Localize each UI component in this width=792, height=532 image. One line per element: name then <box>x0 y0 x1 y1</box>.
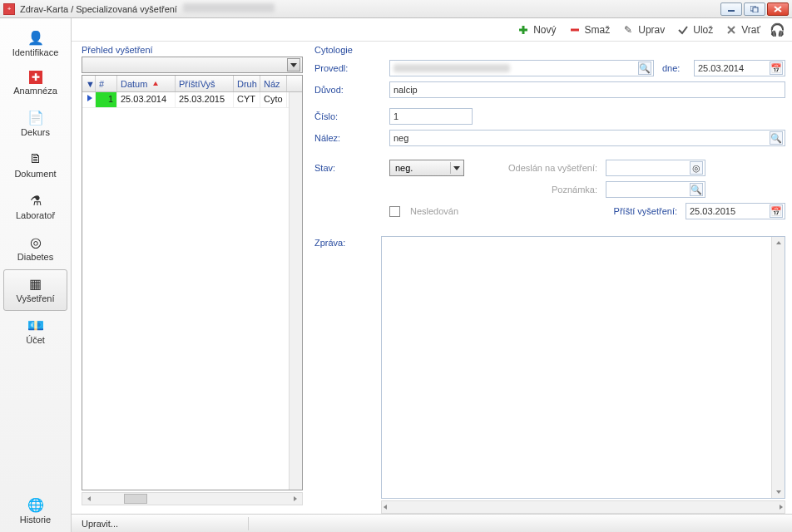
scroll-left-icon[interactable] <box>382 502 389 512</box>
table-row[interactable]: 1 25.03.2014 25.03.2015 CYT Cyto <box>82 92 302 108</box>
svg-marker-12 <box>87 95 92 101</box>
titlebar: + Zdrav-Karta / Specializovaná vyšetření <box>0 0 792 18</box>
col-next[interactable]: PříštíVyš <box>176 76 234 91</box>
detail-title: Cytologie <box>314 45 785 55</box>
col-date[interactable]: Datum <box>117 76 176 91</box>
close-button[interactable] <box>767 2 789 16</box>
sidebar-item-laborator[interactable]: ⚗ Laboratoř <box>3 186 67 228</box>
save-button[interactable]: Ulož <box>673 22 716 38</box>
sidebar-item-label: Vyšetření <box>16 293 54 303</box>
sidebar: 👤 Identifikace ✚ Anamnéza 📄 Dekurs 🗎 Dok… <box>0 18 72 532</box>
grid-icon: ▦ <box>26 275 46 292</box>
sidebar-item-historie[interactable]: 🌐 Historie <box>3 490 67 532</box>
col-name[interactable]: Náz <box>260 76 287 91</box>
svg-marker-10 <box>290 63 297 67</box>
delete-button[interactable]: Smaž <box>565 22 614 38</box>
nesledovan-checkbox-group[interactable]: Nesledován <box>389 206 458 217</box>
label-stav: Stav: <box>314 163 381 173</box>
svg-marker-11 <box>153 81 158 86</box>
edit-button[interactable]: ✎ Uprav <box>618 22 668 38</box>
headset-icon: 🎧 <box>770 23 784 37</box>
plus-icon: ✚ <box>29 71 42 84</box>
page-icon: 📄 <box>26 109 46 126</box>
label-poznamka: Poznámka: <box>497 185 597 195</box>
scroll-left-icon[interactable] <box>82 493 96 505</box>
sidebar-item-diabetes[interactable]: ◎ Diabetes <box>3 228 67 269</box>
cell-kind: CYT <box>234 92 260 107</box>
grid-header: ▼ # Datum PříštíVyš Druh Náz <box>82 76 302 92</box>
nalez-input[interactable]: neg 🔍 <box>389 130 785 146</box>
sidebar-item-ucet[interactable]: 💶 Účet <box>3 311 67 352</box>
label-duvod: Důvod: <box>314 85 381 95</box>
help-button[interactable]: 🎧 <box>769 22 785 38</box>
chevron-down-icon <box>287 58 300 71</box>
scroll-right-icon[interactable] <box>289 493 302 505</box>
dne-input[interactable]: 25.03.2014 📅 <box>694 60 785 76</box>
sidebar-item-label: Diabetes <box>17 252 53 262</box>
doc-icon: 🗎 <box>26 150 46 167</box>
sidebar-item-label: Dokument <box>14 169 56 179</box>
provedl-value-blurred <box>394 64 510 72</box>
sidebar-item-identifikace[interactable]: 👤 Identifikace <box>3 23 67 65</box>
label-odeslan: Odeslán na vyšetření: <box>497 163 597 173</box>
label-dne: dne: <box>662 63 686 73</box>
pristi-input[interactable]: 25.03.2015 📅 <box>686 203 785 219</box>
lookup-icon[interactable]: 🔍 <box>770 131 783 145</box>
lookup-icon[interactable]: 🔍 <box>638 62 651 75</box>
list-title: Přehled vyšetření <box>82 45 303 55</box>
sidebar-item-label: Anamnéza <box>13 86 57 96</box>
money-icon: 💶 <box>26 317 46 333</box>
stav-select[interactable]: neg. <box>389 160 464 176</box>
col-marker[interactable]: ▼ <box>82 76 96 91</box>
svg-marker-14 <box>294 496 297 501</box>
poznamka-input[interactable]: 🔍 <box>606 181 705 198</box>
sidebar-item-label: Historie <box>20 515 51 525</box>
sidebar-item-dekurs[interactable]: 📄 Dekurs <box>3 103 67 145</box>
duvod-input[interactable]: nalcip <box>389 81 785 98</box>
sidebar-item-label: Účet <box>26 335 45 345</box>
svg-marker-15 <box>453 166 460 170</box>
new-button[interactable]: Nový <box>513 22 559 38</box>
grid-scrollbar-vertical[interactable] <box>289 92 302 490</box>
cell-num: 1 <box>96 92 117 107</box>
flask-icon: ⚗ <box>26 192 46 209</box>
svg-marker-16 <box>776 241 781 244</box>
col-kind[interactable]: Druh <box>234 76 260 91</box>
label-nalez: Nález: <box>314 133 381 143</box>
scroll-down-icon[interactable] <box>772 486 785 498</box>
target-icon[interactable]: ◎ <box>690 161 703 175</box>
scroll-up-icon[interactable] <box>772 237 785 249</box>
minimize-button[interactable] <box>720 2 742 16</box>
cislo-input[interactable]: 1 <box>389 108 473 125</box>
maximize-button[interactable] <box>744 2 765 16</box>
row-indicator-icon <box>82 92 96 107</box>
svg-marker-18 <box>384 505 387 510</box>
lookup-icon[interactable]: 🔍 <box>690 183 703 196</box>
scroll-thumb[interactable] <box>124 494 147 504</box>
report-scrollbar-vertical[interactable] <box>771 237 785 498</box>
label-nesledovan: Nesledován <box>410 206 458 216</box>
statusbar-edit-button[interactable]: Upravit... <box>77 517 123 530</box>
nesledovan-checkbox[interactable] <box>389 206 400 217</box>
undo-button[interactable]: Vrať <box>721 22 764 38</box>
exam-list-panel: Přehled vyšetření ▼ # Datum <box>72 42 304 514</box>
label-provedl: Provedl: <box>314 63 381 73</box>
filter-combo[interactable] <box>82 57 303 73</box>
scroll-right-icon[interactable] <box>778 502 785 512</box>
sidebar-item-dokument[interactable]: 🗎 Dokument <box>3 145 67 186</box>
provedl-input[interactable]: 🔍 <box>389 60 654 76</box>
cell-date: 25.03.2014 <box>117 92 176 107</box>
sidebar-item-label: Identifikace <box>12 47 59 57</box>
grid-scrollbar-horizontal[interactable] <box>82 492 303 505</box>
col-num[interactable]: # <box>96 76 117 91</box>
report-scrollbar-horizontal[interactable] <box>381 500 785 514</box>
sidebar-item-vysetreni[interactable]: ▦ Vyšetření <box>3 269 67 311</box>
exam-grid[interactable]: ▼ # Datum PříštíVyš Druh Náz <box>82 75 303 490</box>
x-icon <box>725 23 738 37</box>
cell-name: Cyto <box>260 92 287 107</box>
sidebar-item-anamneza[interactable]: ✚ Anamnéza <box>3 65 67 103</box>
odeslan-input[interactable]: ◎ <box>606 160 705 176</box>
zprava-textarea[interactable] <box>381 236 785 499</box>
calendar-icon[interactable]: 📅 <box>770 204 783 218</box>
calendar-icon[interactable]: 📅 <box>770 62 783 75</box>
